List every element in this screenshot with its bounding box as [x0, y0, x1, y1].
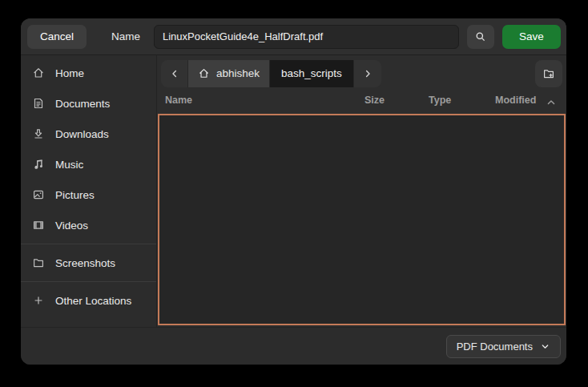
dialog-body: Home Documents Downloads [21, 55, 566, 327]
sidebar-item-label: Videos [55, 220, 88, 232]
places-sidebar: Home Documents Downloads [21, 55, 157, 327]
dialog-bottombar: PDF Documents [21, 327, 566, 365]
folder-icon [32, 256, 45, 269]
breadcrumb-segment-current[interactable]: bash_scripts [270, 60, 354, 87]
screen-background: Cancel Name Save Home [0, 0, 588, 387]
column-header-size[interactable]: Size [364, 95, 385, 106]
breadcrumb-segment-home[interactable]: abhishek [188, 60, 270, 87]
sidebar-item-label: Documents [55, 98, 110, 110]
pathbar-row: abhishek bash_scripts [157, 55, 566, 91]
sidebar-item-downloads[interactable]: Downloads [21, 119, 156, 149]
filename-input[interactable] [154, 25, 459, 49]
file-save-dialog: Cancel Name Save Home [21, 18, 566, 365]
sidebar-item-music[interactable]: Music [21, 149, 156, 179]
chevron-left-icon [169, 68, 180, 79]
film-icon [32, 219, 45, 232]
breadcrumb-segment-label: abhishek [216, 67, 260, 79]
new-folder-icon [542, 67, 555, 80]
sidebar-item-screenshots[interactable]: Screenshots [21, 248, 156, 278]
search-button[interactable] [467, 25, 494, 49]
sidebar-item-label: Home [55, 67, 84, 79]
download-icon [32, 127, 45, 140]
sidebar-item-home[interactable]: Home [21, 58, 156, 88]
chevron-right-icon [362, 68, 373, 79]
sidebar-item-documents[interactable]: Documents [21, 88, 156, 119]
filetype-dropdown-label: PDF Documents [457, 341, 533, 353]
save-button[interactable]: Save [502, 25, 561, 49]
document-icon [32, 97, 45, 110]
back-button[interactable] [161, 60, 188, 87]
file-list-area[interactable] [158, 114, 566, 325]
sidebar-item-label: Other Locations [55, 295, 131, 307]
filename-field-label: Name [111, 30, 140, 42]
sidebar-separator [21, 281, 156, 282]
home-icon [198, 67, 210, 79]
image-icon [32, 188, 45, 201]
chevron-down-icon [540, 341, 550, 352]
sort-ascending-icon [546, 97, 557, 108]
cancel-button[interactable]: Cancel [27, 25, 87, 49]
dialog-headerbar: Cancel Name Save [21, 18, 566, 55]
sidebar-item-other-locations[interactable]: Other Locations [21, 285, 156, 316]
file-list-header: Name Size Type Modified [157, 91, 566, 114]
sidebar-item-pictures[interactable]: Pictures [21, 179, 156, 210]
new-folder-button[interactable] [535, 60, 562, 87]
search-icon [474, 30, 487, 43]
breadcrumb: abhishek bash_scripts [161, 60, 381, 87]
sidebar-item-label: Downloads [55, 128, 109, 140]
column-header-name[interactable]: Name [165, 95, 192, 106]
forward-button[interactable] [354, 60, 381, 87]
music-note-icon [32, 158, 45, 171]
sidebar-item-videos[interactable]: Videos [21, 210, 156, 240]
sidebar-item-label: Music [55, 159, 83, 171]
sidebar-item-label: Pictures [55, 189, 95, 201]
column-header-modified[interactable]: Modified [495, 95, 536, 106]
sidebar-separator [21, 244, 156, 244]
sidebar-item-label: Screenshots [55, 257, 115, 269]
home-icon [32, 67, 45, 79]
file-browser-main: abhishek bash_scripts [157, 55, 566, 327]
plus-icon [32, 294, 45, 307]
breadcrumb-segment-label: bash_scripts [281, 67, 342, 79]
column-header-type[interactable]: Type [429, 95, 451, 106]
filetype-dropdown[interactable]: PDF Documents [446, 335, 561, 358]
